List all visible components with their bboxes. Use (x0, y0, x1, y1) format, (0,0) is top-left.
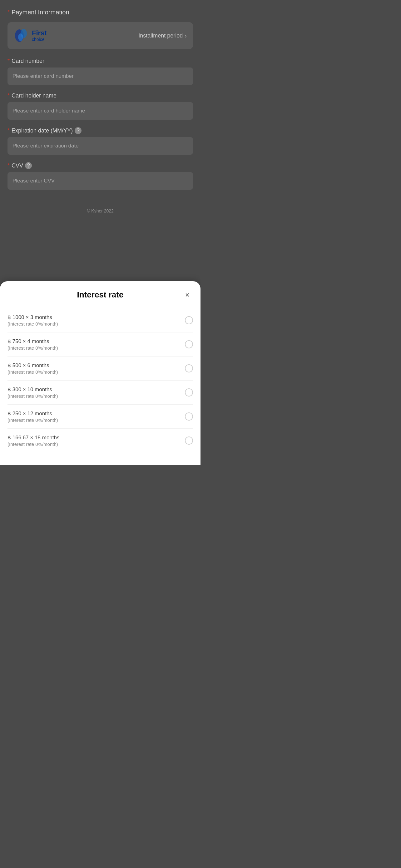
card-number-placeholder: Please enter card number (12, 73, 74, 79)
installment-label: Installment period (138, 32, 183, 39)
rate-text-5: ฿ 250 × 12 months (Interest rate 0%/mont… (7, 410, 58, 423)
expiration-label: Expiration date (MM/YY) (11, 127, 73, 134)
rate-main-1: ฿ 1000 × 3 months (7, 314, 58, 320)
rate-sub-3: (Interest rate 0%/month) (7, 369, 58, 375)
cvv-help-icon[interactable]: ? (25, 162, 32, 169)
cvv-placeholder: Please enter CVV (12, 178, 55, 184)
modal-overlay: Interest rate × ฿ 1000 × 3 months (Inter… (0, 281, 201, 465)
rate-sub-2: (Interest rate 0%/month) (7, 345, 58, 350)
rate-radio-5[interactable] (185, 412, 193, 421)
rate-sub-1: (Interest rate 0%/month) (7, 321, 58, 327)
rate-radio-4[interactable] (185, 389, 193, 397)
card-holder-asterisk: * (7, 92, 10, 99)
rate-text-2: ฿ 750 × 4 months (Interest rate 0%/month… (7, 338, 58, 350)
card-number-asterisk: * (7, 58, 10, 64)
payment-title-text: Payment Information (11, 9, 69, 16)
expiration-field-group: * Expiration date (MM/YY) ? Please enter… (7, 127, 193, 155)
card-number-input[interactable]: Please enter card number (7, 67, 193, 85)
payment-form-background: * Payment Information First choice Insta… (0, 0, 201, 281)
rate-sub-6: (Interest rate 0%/month) (7, 441, 59, 447)
rate-option-6[interactable]: ฿ 166.67 × 18 months (Interest rate 0%/m… (7, 429, 193, 453)
rate-radio-2[interactable] (185, 340, 193, 348)
rate-radio-6[interactable] (185, 436, 193, 445)
cvv-label: CVV (11, 162, 23, 169)
bank-logo-area: First choice (14, 28, 47, 43)
card-number-label: Card number (11, 58, 44, 64)
bank-name-choice: choice (32, 37, 47, 42)
expiration-help-icon[interactable]: ? (75, 127, 81, 134)
rate-sub-5: (Interest rate 0%/month) (7, 417, 58, 423)
payment-title-row: * Payment Information (7, 9, 193, 16)
expiration-label-row: * Expiration date (MM/YY) ? (7, 127, 193, 134)
expiration-input[interactable]: Please enter expiration date (7, 137, 193, 155)
cvv-field-group: * CVV ? Please enter CVV (7, 162, 193, 190)
rate-main-5: ฿ 250 × 12 months (7, 410, 58, 417)
bank-card[interactable]: First choice Installment period › (7, 22, 193, 49)
bank-name-text: First choice (32, 29, 47, 42)
rate-options-list: ฿ 1000 × 3 months (Interest rate 0%/mont… (7, 308, 193, 453)
card-number-field-group: * Card number Please enter card number (7, 58, 193, 85)
rate-main-2: ฿ 750 × 4 months (7, 338, 58, 345)
cvv-input[interactable]: Please enter CVV (7, 172, 193, 190)
copyright-text: © Ksher 2022 (7, 208, 193, 213)
modal-title: Interest rate (77, 290, 124, 300)
chevron-right-icon: › (185, 32, 187, 39)
rate-text-3: ฿ 500 × 6 months (Interest rate 0%/month… (7, 362, 58, 375)
expiration-asterisk: * (7, 127, 10, 134)
cvv-label-row: * CVV ? (7, 162, 193, 169)
card-holder-placeholder: Please enter card holder name (12, 108, 85, 114)
svg-point-2 (18, 33, 23, 41)
rate-main-6: ฿ 166.67 × 18 months (7, 434, 59, 441)
modal-close-button[interactable]: × (182, 289, 193, 301)
rate-option-4[interactable]: ฿ 300 × 10 months (Interest rate 0%/mont… (7, 380, 193, 405)
rate-text-6: ฿ 166.67 × 18 months (Interest rate 0%/m… (7, 434, 59, 447)
rate-main-4: ฿ 300 × 10 months (7, 386, 58, 393)
cvv-asterisk: * (7, 162, 10, 169)
rate-option-3[interactable]: ฿ 500 × 6 months (Interest rate 0%/month… (7, 356, 193, 380)
expiration-placeholder: Please enter expiration date (12, 143, 79, 149)
interest-rate-modal: Interest rate × ฿ 1000 × 3 months (Inter… (0, 281, 201, 465)
rate-main-3: ฿ 500 × 6 months (7, 362, 58, 369)
rate-option-1[interactable]: ฿ 1000 × 3 months (Interest rate 0%/mont… (7, 308, 193, 333)
rate-option-5[interactable]: ฿ 250 × 12 months (Interest rate 0%/mont… (7, 405, 193, 429)
card-holder-label-row: * Card holder name (7, 92, 193, 99)
modal-header: Interest rate × (7, 290, 193, 300)
installment-period-button[interactable]: Installment period › (138, 32, 187, 39)
rate-text-4: ฿ 300 × 10 months (Interest rate 0%/mont… (7, 386, 58, 399)
rate-option-2[interactable]: ฿ 750 × 4 months (Interest rate 0%/month… (7, 333, 193, 356)
card-holder-label: Card holder name (11, 92, 57, 99)
rate-radio-1[interactable] (185, 316, 193, 324)
card-holder-field-group: * Card holder name Please enter card hol… (7, 92, 193, 120)
bank-name-first: First (32, 29, 47, 37)
required-asterisk: * (7, 9, 10, 16)
card-holder-input[interactable]: Please enter card holder name (7, 102, 193, 120)
card-number-label-row: * Card number (7, 58, 193, 64)
rate-text-1: ฿ 1000 × 3 months (Interest rate 0%/mont… (7, 314, 58, 327)
rate-radio-3[interactable] (185, 364, 193, 372)
rate-sub-4: (Interest rate 0%/month) (7, 393, 58, 399)
first-choice-logo-icon (14, 28, 29, 43)
